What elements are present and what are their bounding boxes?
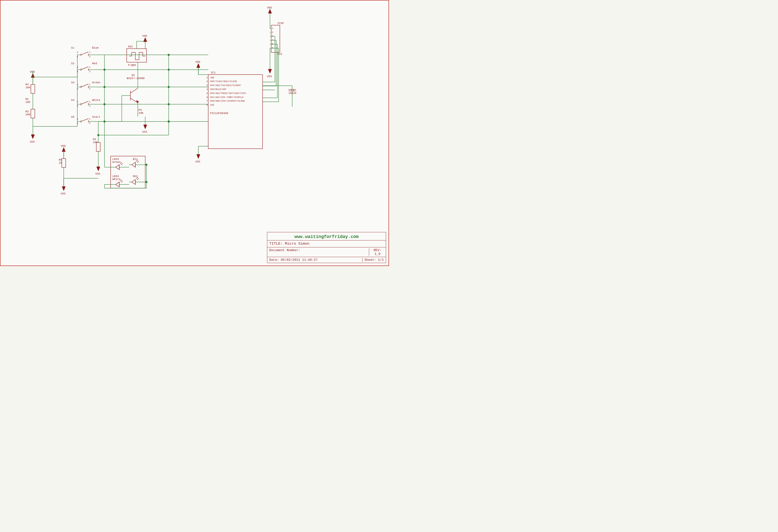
svg-text:4: 4	[207, 88, 208, 91]
vdd-symbol-icsp: VDD	[267, 6, 272, 20]
svg-text:Bl1: Bl1	[133, 158, 138, 161]
svg-text:1: 1	[272, 27, 273, 30]
svg-text:USS: USS	[196, 160, 200, 163]
svg-text:Green: Green	[112, 161, 121, 164]
svg-line-39	[81, 52, 88, 55]
vdd-symbol-1: VDD	[30, 70, 35, 84]
svg-point-274	[168, 121, 170, 123]
svg-text:LED3: LED3	[112, 158, 119, 161]
svg-text:VDD: VDD	[30, 70, 35, 73]
uss-symbol-q1: USS	[142, 117, 147, 133]
svg-text:White: White	[92, 99, 100, 102]
resistor-d4: D4 10K	[93, 135, 100, 159]
connector-su1: ICSP SU1 1 2 3 4 5 6	[270, 20, 284, 61]
doc-number-label: Document Number:	[269, 248, 300, 256]
switch-s1: S1 Blue 3 4 1 2	[33, 46, 98, 77]
svg-text:USS: USS	[210, 104, 214, 106]
svg-text:VDD: VDD	[142, 34, 147, 37]
svg-text:GP4/AN3/T1G/OSC2/CLKOUT: GP4/AN3/T1G/OSC2/CLKOUT	[210, 84, 241, 87]
svg-line-75	[81, 101, 88, 104]
svg-text:8: 8	[207, 104, 208, 106]
svg-text:100nF: 100nF	[289, 92, 297, 95]
date-value: Date: 05/02/2011 11:49:27	[269, 258, 318, 262]
capacitor-c1: C1 100nF	[262, 86, 297, 107]
svg-line-241	[121, 181, 123, 182]
svg-text:P5: P5	[139, 108, 142, 111]
svg-text:ICSP: ICSP	[278, 22, 284, 25]
svg-marker-250	[132, 179, 135, 184]
date-row: Date: 05/02/2011 11:49:27 Sheet: 1/1	[267, 257, 386, 263]
svg-line-63	[81, 84, 88, 87]
uss-symbol-d4: USS	[95, 159, 100, 175]
ic1: IC1 VDD GP5/T1CKI/OSC1/CLKIN GP4/AN3/T1G…	[207, 71, 275, 149]
svg-text:3: 3	[77, 51, 78, 54]
svg-text:2: 2	[89, 56, 90, 58]
website-url: www.waitingforfriday.com	[267, 232, 386, 240]
svg-text:3: 3	[77, 66, 78, 69]
svg-text:BC817-25SMD: BC817-25SMD	[127, 77, 145, 80]
svg-text:2: 2	[89, 70, 90, 73]
svg-text:LED4: LED4	[112, 175, 119, 178]
sheet-value: Sheet: 1/1	[362, 258, 384, 262]
svg-marker-28	[96, 167, 100, 171]
resistor-r5: R5 10K	[59, 151, 66, 178]
svg-text:VDD: VDD	[210, 77, 214, 79]
svg-text:GP0/AN0/CIN+/ICSPDAT/ULPWU: GP0/AN0/CIN+/ICSPDAT/ULPWU	[210, 100, 245, 102]
svg-rect-121	[62, 159, 66, 168]
svg-marker-10	[197, 64, 200, 68]
svg-text:R3: R3	[25, 110, 29, 113]
svg-text:USS: USS	[30, 140, 35, 143]
svg-marker-16	[268, 69, 272, 73]
svg-rect-100	[31, 84, 35, 93]
title-value: Micro Simon	[285, 242, 309, 246]
svg-text:R4: R4	[25, 83, 29, 86]
svg-text:PIC12F683SN: PIC12F683SN	[210, 112, 228, 115]
svg-text:IC1: IC1	[211, 71, 216, 74]
rev-block: REV: 1_0	[369, 248, 384, 256]
svg-text:F/QMX: F/QMX	[128, 64, 136, 67]
svg-rect-128	[127, 49, 147, 62]
svg-text:USS: USS	[267, 75, 272, 78]
svg-text:5: 5	[207, 92, 208, 95]
svg-text:S3: S3	[71, 81, 74, 84]
svg-text:2: 2	[272, 31, 273, 34]
svg-text:VDD: VDD	[61, 145, 66, 148]
svg-text:1: 1	[89, 66, 90, 69]
schematic-page: VDD USS VDD VDD USS US	[0, 0, 389, 266]
svg-line-138	[131, 98, 138, 103]
svg-text:S2: S2	[71, 62, 74, 65]
document-number-row: Document Number: REV: 1_0	[267, 247, 386, 257]
svg-marker-31	[144, 125, 147, 129]
svg-text:3: 3	[207, 84, 208, 87]
svg-text:GP5/T1CKI/OSC1/CLKIN: GP5/T1CKI/OSC1/CLKIN	[210, 80, 237, 83]
svg-text:10K: 10K	[139, 111, 144, 115]
svg-text:4: 4	[77, 56, 78, 58]
svg-marker-228	[115, 165, 119, 170]
svg-line-233	[121, 164, 123, 165]
svg-line-87	[81, 119, 88, 122]
svg-text:2: 2	[89, 122, 90, 125]
schematic-svg: VDD USS VDD VDD USS US	[0, 0, 389, 265]
svg-text:10K: 10K	[25, 113, 30, 116]
svg-text:1: 1	[207, 77, 208, 79]
project-title: TITLE: Micro Simon	[267, 240, 386, 247]
svg-marker-4	[31, 135, 34, 139]
uss-symbol-r5: USS	[61, 178, 66, 195]
rev-label: REV:	[374, 248, 381, 252]
svg-text:2: 2	[89, 105, 90, 107]
svg-text:USS: USS	[61, 192, 66, 195]
svg-marker-22	[62, 148, 66, 152]
svg-text:White: White	[112, 178, 121, 181]
svg-text:Q1: Q1	[132, 74, 135, 77]
svg-text:R5: R5	[59, 158, 62, 161]
svg-text:Start: Start	[92, 116, 100, 119]
svg-line-51	[81, 67, 88, 70]
led-bl1: Bl1	[129, 158, 139, 167]
svg-text:USS: USS	[95, 172, 100, 175]
svg-text:1: 1	[89, 84, 90, 86]
resistor-r3: R3 10K	[25, 110, 30, 116]
svg-text:6: 6	[207, 96, 208, 99]
led4-white: LED4 White	[112, 175, 123, 187]
vdd-symbol-r5: VDD	[61, 145, 66, 159]
uss-symbol-icsp: USS	[267, 61, 272, 78]
